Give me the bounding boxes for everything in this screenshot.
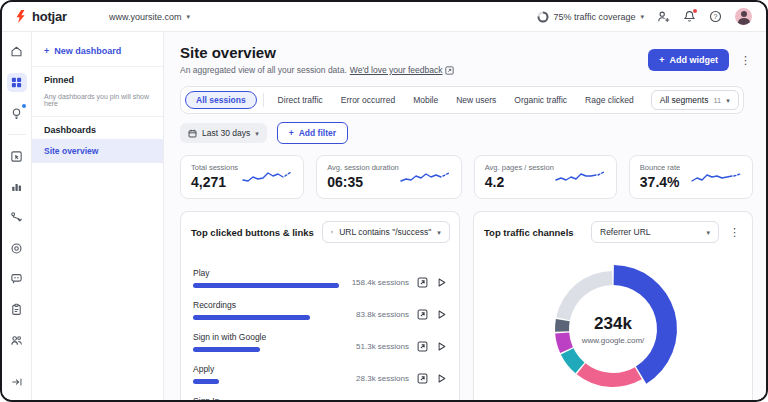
widgets-row: Top clicked buttons & links URL contains… [180, 211, 753, 400]
bounce-sparkline [690, 168, 742, 185]
calendar-icon [188, 129, 197, 138]
play-recordings-button[interactable] [436, 373, 447, 384]
chevron-down-icon: ▾ [706, 229, 710, 236]
brand-name: hotjar [32, 9, 67, 24]
dashboards-sidebar: + New dashboard Pinned Any dashboards yo… [32, 32, 164, 400]
widget-top-traffic: Top traffic channels Referrer URL ▾ ⋮ 23… [473, 211, 753, 400]
play-recordings-button[interactable] [436, 309, 447, 320]
widget-menu-button[interactable]: ⋮ [727, 225, 742, 240]
main-content: Site overview An aggregated view of all … [164, 32, 766, 400]
dashboards-section: Dashboards [32, 116, 163, 139]
rail-heatmaps-button[interactable] [7, 146, 27, 166]
stat-label: Avg. session duration [327, 163, 399, 172]
notifications-button[interactable] [683, 10, 696, 23]
page-menu-button[interactable]: ⋮ [738, 53, 753, 68]
sessions-count: 28.3k sessions [347, 374, 409, 383]
segments-tabs: All sessions Direct traffic Error occurr… [180, 86, 744, 114]
lightbulb-icon [10, 107, 23, 120]
pinned-section: Pinned Any dashboards you pin will show … [32, 66, 163, 116]
tab-rage-clicked[interactable]: Rage clicked [576, 91, 643, 109]
page-header: Site overview An aggregated view of all … [180, 44, 753, 75]
chevron-down-icon: ▾ [640, 13, 644, 20]
plus-icon: + [44, 46, 49, 56]
donut-segment [577, 363, 642, 387]
sessions-count: 83.8k sessions [347, 310, 409, 319]
rail-trends-button[interactable] [7, 177, 27, 197]
rail-surveys-button[interactable] [7, 300, 27, 320]
stat-value: 06:35 [327, 174, 399, 190]
referrer-dropdown[interactable]: Referrer URL ▾ [591, 221, 719, 243]
users-icon [10, 334, 23, 347]
home-icon [10, 45, 23, 58]
view-heatmap-button[interactable] [417, 277, 428, 288]
clicked-row: Sign In 28k sessions [193, 396, 447, 400]
tab-mobile[interactable]: Mobile [404, 91, 447, 109]
tab-all-sessions[interactable]: All sessions [185, 91, 257, 109]
clicked-bar [193, 347, 260, 352]
all-segments-dropdown[interactable]: All segments 11 ▾ [651, 90, 739, 110]
tab-direct-traffic[interactable]: Direct traffic [269, 91, 332, 109]
plus-icon: + [289, 128, 294, 138]
clicked-row: Apply 28.3k sessions [193, 364, 447, 384]
add-widget-button[interactable]: + Add widget [648, 49, 729, 71]
feedback-link[interactable]: We'd love your feedback [350, 65, 443, 75]
topbar: hotjar www.yoursite.com ▾ 75% traffic co… [2, 2, 766, 32]
help-icon: ? [709, 10, 722, 23]
stat-label: Avg. pages / session [485, 163, 554, 172]
play-icon [436, 373, 447, 384]
widget-menu-button[interactable]: ⋮ [458, 225, 460, 240]
new-dashboard-button[interactable]: + New dashboard [32, 36, 163, 66]
view-heatmap-button[interactable] [417, 373, 428, 384]
new-dashboard-label: New dashboard [54, 46, 121, 56]
collapse-sidebar-button[interactable] [7, 372, 27, 392]
view-heatmap-button[interactable] [417, 309, 428, 320]
add-filter-button[interactable]: + Add filter [277, 122, 348, 144]
rail-highlights-button[interactable] [7, 103, 27, 123]
traffic-coverage-label: 75% traffic coverage [554, 12, 636, 22]
site-selector-dropdown[interactable]: www.yoursite.com ▾ [109, 12, 190, 22]
hotjar-logo: hotjar [15, 9, 67, 24]
pages-sparkline [554, 168, 606, 185]
open-heatmap-icon [417, 309, 428, 320]
clicked-bar [193, 315, 310, 320]
sidebar-item-site-overview[interactable]: Site overview [32, 139, 163, 163]
date-range-dropdown[interactable]: Last 30 days ▾ [180, 123, 267, 143]
play-recordings-button[interactable] [436, 341, 447, 352]
widget-header: Top clicked buttons & links URL contains… [181, 212, 459, 252]
clicked-row: Recordings 83.8k sessions [193, 300, 447, 320]
url-filter-dropdown[interactable]: URL contains "/success" ▾ [322, 221, 450, 243]
tab-new-users[interactable]: New users [447, 91, 505, 109]
tab-error-occurred[interactable]: Error occurred [332, 91, 404, 109]
stats-row: Total sessions 4,271 Avg. session durati… [180, 155, 753, 199]
play-recordings-button[interactable] [436, 277, 447, 288]
stat-card-bounce-rate: Bounce rate 37.4% [629, 155, 753, 199]
rail-feedback-button[interactable] [7, 269, 27, 289]
view-heatmap-button[interactable] [417, 341, 428, 352]
chevron-down-icon: ▾ [726, 97, 730, 104]
segments-count-badge: 11 [713, 96, 721, 105]
stat-value: 4.2 [485, 174, 554, 190]
rail-dashboards-button[interactable] [7, 73, 27, 93]
invite-user-button[interactable] [657, 10, 670, 23]
rail-interviews-button[interactable] [7, 331, 27, 351]
topbar-actions: 75% traffic coverage ▾ ? [537, 8, 752, 25]
traffic-coverage-dropdown[interactable]: 75% traffic coverage ▾ [537, 11, 644, 23]
help-button[interactable]: ? [709, 10, 722, 23]
sessions-sparkline [241, 168, 293, 185]
rail-home-button[interactable] [7, 42, 27, 62]
tab-separator [263, 93, 264, 107]
user-avatar[interactable] [735, 8, 752, 25]
clicked-bar [193, 283, 339, 288]
clicked-label: Sign in with Google [193, 332, 339, 342]
page-subtitle: An aggregated view of all your session d… [180, 65, 454, 75]
rail-goals-button[interactable] [7, 238, 27, 258]
play-icon [436, 277, 447, 288]
heatmaps-icon [10, 150, 23, 163]
filters-bar: Last 30 days ▾ + Add filter [180, 122, 753, 144]
widget-title: Top clicked buttons & links [191, 227, 314, 238]
play-icon [436, 309, 447, 320]
tab-organic-traffic[interactable]: Organic traffic [505, 91, 576, 109]
rail-journeys-button[interactable] [7, 208, 27, 228]
sessions-count: 51.3k sessions [347, 342, 409, 351]
stat-card-pages-per-session: Avg. pages / session 4.2 [474, 155, 617, 199]
